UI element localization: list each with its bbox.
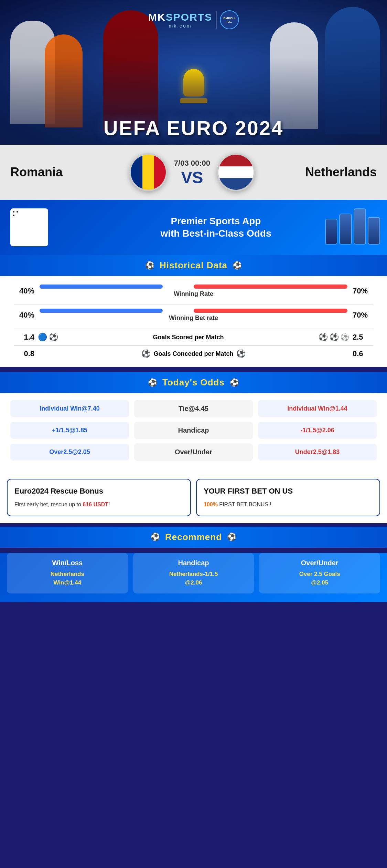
rec-line1-1: Netherlands xyxy=(12,570,123,579)
odds-title: Today's Odds xyxy=(162,377,225,388)
bonus-section: Euro2024 Rescue Bonus First early bet, r… xyxy=(0,472,387,523)
phone-3 xyxy=(354,208,366,245)
phone-2 xyxy=(339,214,352,245)
bar-left-blue xyxy=(40,285,163,289)
brand-subtitle: mk.com xyxy=(148,23,212,29)
rec-value-2: Netherlands-1/1.5 @2.06 xyxy=(138,570,249,587)
goals-icons-left: 🔵 ⚽ xyxy=(38,333,58,342)
recommend-grid: Win/Loss Netherlands Win@1.44 Handicap N… xyxy=(7,553,380,593)
ball-icon-1: 🔵 xyxy=(38,333,47,342)
sports-text: SPORTS xyxy=(166,11,212,23)
bonus-card-2: YOUR FIRST BET ON US 100% FIRST BET BONU… xyxy=(196,479,380,516)
odds-content: Individual Win@7.40 Tie@4.45 Individual … xyxy=(0,393,387,472)
euro-title: UEFA EURO 2024 xyxy=(104,116,283,140)
bonus-card-1: Euro2024 Rescue Bonus First early bet, r… xyxy=(7,479,191,516)
flag-stripe-blue xyxy=(131,155,142,190)
odds-right-1[interactable]: Individual Win@1.44 xyxy=(258,400,377,417)
winning-bet-label: Winning Bet rate xyxy=(169,314,218,322)
goals-conceded-label: Goals Conceded per Match xyxy=(153,350,233,358)
phone-4 xyxy=(368,217,380,245)
odds-row-1: Individual Win@7.40 Tie@4.45 Individual … xyxy=(10,400,377,417)
recommend-card-2: Handicap Netherlands-1/1.5 @2.06 xyxy=(133,553,254,593)
recommend-content: Win/Loss Netherlands Win@1.44 Handicap N… xyxy=(0,553,387,602)
rec-line2-3: @2.05 xyxy=(264,578,375,587)
odds-left-2[interactable]: +1/1.5@1.85 xyxy=(10,422,129,439)
rec-line2-2: @2.06 xyxy=(138,578,249,587)
goals-conceded-left: 0.8 xyxy=(14,349,34,358)
goals-scored-right: 2.5 xyxy=(353,333,373,342)
winning-bet-right: 70% xyxy=(353,311,373,320)
logo-divider xyxy=(216,11,216,29)
bonus-prefix-1: First early bet, rescue up to xyxy=(14,502,83,507)
odds-header: ⚽ Today's Odds ⚽ xyxy=(0,372,387,393)
divider-1 xyxy=(14,304,373,305)
brand-logo: MKSPORTS mk.com EMPOLI F.C. xyxy=(148,10,239,29)
bonus-suffix-2: FIRST BET BONUS ! xyxy=(218,502,271,507)
odds-left-3[interactable]: Over2.5@2.05 xyxy=(10,444,129,461)
flag-stripe-red xyxy=(154,155,166,190)
flag-stripe-yellow xyxy=(142,155,154,190)
rec-line1-2: Netherlands-1/1.5 xyxy=(138,570,249,579)
bonus-highlight-1: 616 USDT xyxy=(83,502,108,507)
rec-line2-1: Win@1.44 xyxy=(12,578,123,587)
goals-conceded-right: 0.6 xyxy=(353,349,373,358)
odds-ball-right: ⚽ xyxy=(230,378,239,387)
euro-title-text: UEFA EURO 2024 xyxy=(104,116,283,140)
odds-center-1: Tie@4.45 xyxy=(134,400,253,417)
rec-label-3: Over/Under xyxy=(264,559,375,567)
rec-value-1: Netherlands Win@1.44 xyxy=(12,570,123,587)
goals-conceded-row: 0.8 ⚽ Goals Conceded per Match ⚽ 0.6 xyxy=(14,349,373,358)
bonus-title-2: YOUR FIRST BET ON US xyxy=(204,486,373,496)
soccer-ball-left: ⚽ xyxy=(145,261,154,270)
historical-header: ⚽ Historical Data ⚽ xyxy=(0,255,387,276)
phone-mockup xyxy=(325,203,380,245)
netherlands-flag xyxy=(217,153,255,191)
winning-bet-rate-row: 40% Winning Bet rate 70% xyxy=(14,309,373,322)
hero-banner: MKSPORTS mk.com EMPOLI F.C. UEFA EURO 20… xyxy=(0,0,387,145)
odds-left-1[interactable]: Individual Win@7.40 xyxy=(10,400,129,417)
winning-rate-track xyxy=(40,285,347,289)
phone-1 xyxy=(325,219,337,245)
winning-rate-row: 40% Winning Rate 70% xyxy=(14,285,373,298)
rec-ball-right: ⚽ xyxy=(227,533,236,541)
match-time: 7/03 00:00 xyxy=(174,159,210,168)
team-right-name: Netherlands xyxy=(305,165,377,179)
rec-value-3: Over 2.5 Goals @2.05 xyxy=(264,570,375,587)
flag-stripe-red xyxy=(218,155,254,166)
bonus-title-1: Euro2024 Rescue Bonus xyxy=(14,486,183,496)
rec-label-1: Win/Loss xyxy=(12,559,123,567)
bonus-body-2: 100% FIRST BET BONUS ! xyxy=(204,500,373,509)
winning-rate-right: 70% xyxy=(353,287,373,296)
rec-line1-3: Over 2.5 Goals xyxy=(264,570,375,579)
soccer-ball-right: ⚽ xyxy=(233,261,242,270)
bar-right-red xyxy=(194,285,348,289)
goals-scored-left: 1.4 xyxy=(14,333,34,342)
flag-stripe-blue xyxy=(218,178,254,190)
vs-section: 7/03 00:00 VS xyxy=(174,159,210,186)
odds-row-3: Over2.5@2.05 Over/Under Under2.5@1.83 xyxy=(10,443,377,461)
historical-content: 40% Winning Rate 70% 40% Winning Bet rat… xyxy=(0,276,387,367)
odds-right-3[interactable]: Under2.5@1.83 xyxy=(258,444,377,461)
team-left-name: Romania xyxy=(10,165,79,179)
rec-label-2: Handicap xyxy=(138,559,249,567)
ball-icon-4: ⚽ xyxy=(330,333,339,342)
goals-scored-label: Goals Scored per Match xyxy=(62,334,315,341)
match-section: Romania 7/03 00:00 VS Netherlands xyxy=(0,145,387,200)
app-promo-section: Premier Sports App with Best-in-Class Od… xyxy=(0,200,387,255)
goals-scored-row: 1.4 🔵 ⚽ Goals Scored per Match ⚽ ⚽ ⚽ 2.5 xyxy=(14,333,373,342)
recommend-title: Recommend xyxy=(165,532,222,542)
concede-ball-left: ⚽ xyxy=(141,349,151,358)
recommend-header: ⚽ Recommend ⚽ xyxy=(0,527,387,548)
bonus-body-1: First early bet, rescue up to 616 USDT! xyxy=(14,500,183,509)
historical-title: Historical Data xyxy=(160,260,227,271)
mk-text: MK xyxy=(148,11,166,23)
goals-icons-right: ⚽ ⚽ ⚽ xyxy=(319,333,349,342)
divider-2 xyxy=(14,329,373,329)
odds-right-2[interactable]: -1/1.5@2.06 xyxy=(258,422,377,439)
qr-code[interactable] xyxy=(10,208,48,246)
odds-row-2: +1/1.5@1.85 Handicap -1/1.5@2.06 xyxy=(10,422,377,439)
winning-bet-left: 40% xyxy=(14,311,34,320)
winning-rate-bars: Winning Rate xyxy=(40,285,347,298)
divider-3 xyxy=(14,345,373,346)
odds-ball-left: ⚽ xyxy=(148,378,157,387)
